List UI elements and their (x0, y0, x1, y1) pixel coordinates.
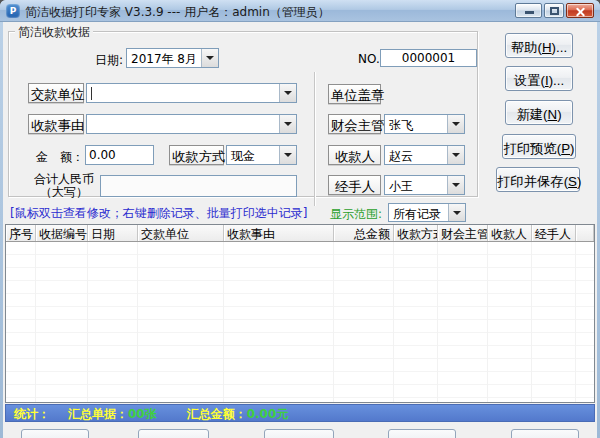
receipt-number-field[interactable]: 0000001 (380, 49, 477, 67)
window-title: 简洁收据打印专家 V3.3.9 --- 用户名：admin（管理员） (25, 4, 330, 21)
maximize-icon (550, 7, 559, 15)
filter-value: 所有记录 (389, 204, 448, 221)
col-header-index[interactable]: 序号 (6, 225, 36, 241)
col-header-method[interactable]: 收款方式 (394, 225, 438, 241)
total-caps-label-line2: （大写） (33, 186, 95, 199)
maximize-button[interactable] (544, 3, 564, 18)
total-caps-label: 合计人民币 （大写） (33, 173, 95, 199)
amount-label: 金 额： (36, 149, 84, 166)
date-value: 2017年 8月 4日 (127, 49, 201, 67)
payer-combobox[interactable] (86, 83, 297, 103)
chevron-down-icon[interactable] (201, 49, 218, 67)
payee-button[interactable]: 收款人 (328, 145, 381, 165)
bottom-cutoff-button-3[interactable] (264, 429, 334, 438)
vertical-divider (314, 72, 315, 206)
handler-combobox[interactable]: 小王 (384, 175, 465, 195)
bottom-cutoff-button-5[interactable] (511, 429, 579, 438)
method-button[interactable]: 收款方式 (169, 145, 224, 165)
bottom-cutoff-button-4[interactable] (388, 429, 456, 438)
count-label: 汇总单据： (68, 407, 128, 421)
close-button[interactable] (566, 3, 594, 18)
no-label: NO. (358, 52, 380, 66)
reason-combobox[interactable] (86, 114, 297, 134)
filter-combobox[interactable]: 所有记录 (388, 203, 466, 222)
col-header-filler (576, 225, 594, 241)
col-header-total[interactable]: 总金额 (334, 225, 394, 241)
print-preview-button[interactable]: 打印预览(P) (502, 134, 576, 159)
chevron-down-icon[interactable] (279, 84, 296, 102)
app-icon: P (6, 4, 20, 18)
reason-button[interactable]: 收款事由 (28, 114, 84, 134)
app-window: P 简洁收据打印专家 V3.3.9 --- 用户名：admin（管理员） 简洁收… (0, 0, 600, 438)
close-icon (575, 6, 586, 17)
status-bar: 统计：汇总单据：00张汇总金额：0.00元 (5, 404, 595, 422)
col-header-date[interactable]: 日期 (88, 225, 138, 241)
accountant-button[interactable]: 财会主管 (328, 114, 381, 134)
usage-hint: [鼠标双击查看修改；右键删除记录、批量打印选中记录] (10, 205, 307, 222)
total-caps-field (100, 175, 297, 197)
col-header-handler[interactable]: 经手人 (532, 225, 576, 241)
accountant-combobox[interactable]: 张飞 (384, 114, 465, 134)
records-table: 序号 收据编号 日期 交款单位 收款事由 总金额 收款方式 财会主管 收款人 经… (5, 224, 595, 403)
receipt-groupbox: 简洁收款收据 日期: 2017年 8月 4日 NO. 0000001 交款单位 … (8, 31, 478, 197)
chevron-down-icon[interactable] (279, 115, 296, 133)
handler-value: 小王 (385, 176, 447, 194)
method-value: 现金 (227, 146, 279, 164)
bottom-cutoff-button-1[interactable] (21, 429, 89, 438)
table-body[interactable] (6, 242, 594, 402)
client-area: 简洁收款收据 日期: 2017年 8月 4日 NO. 0000001 交款单位 … (3, 22, 597, 438)
chevron-down-icon[interactable] (447, 115, 464, 133)
new-button[interactable]: 新建(N) (505, 100, 573, 125)
col-header-payee[interactable]: 收款人 (488, 225, 532, 241)
chevron-down-icon[interactable] (447, 146, 464, 164)
chevron-down-icon[interactable] (279, 146, 296, 164)
print-save-button[interactable]: 打印并保存(S) (496, 167, 580, 192)
col-header-receipt[interactable]: 收据编号 (36, 225, 88, 241)
table-header-row: 序号 收据编号 日期 交款单位 收款事由 总金额 收款方式 财会主管 收款人 经… (6, 225, 594, 242)
text-cursor (91, 87, 92, 100)
date-label: 日期: (71, 52, 123, 69)
minimize-button[interactable] (515, 3, 542, 18)
bottom-cutoff-button-2[interactable] (138, 429, 209, 438)
count-value: 00张 (128, 407, 157, 421)
window-controls (515, 3, 594, 18)
handler-button[interactable]: 经手人 (328, 175, 381, 195)
accountant-value: 张飞 (385, 115, 447, 133)
help-button[interactable]: 帮助(H)... (505, 33, 573, 58)
chevron-down-icon[interactable] (448, 204, 465, 221)
reason-value (87, 115, 279, 133)
col-header-reason[interactable]: 收款事由 (224, 225, 334, 241)
settings-button[interactable]: 设置(I)... (505, 66, 573, 91)
payer-button[interactable]: 交款单位 (28, 83, 84, 103)
payee-combobox[interactable]: 赵云 (384, 145, 465, 165)
sum-label: 汇总金额： (187, 407, 247, 421)
method-combobox[interactable]: 现金 (226, 145, 297, 165)
amount-input[interactable] (85, 145, 154, 165)
table-body-gridlines (6, 242, 594, 402)
payee-value: 赵云 (385, 146, 447, 164)
seal-button[interactable]: 单位盖章 (328, 84, 381, 104)
sum-value: 0.00元 (247, 407, 289, 421)
date-dropdown[interactable]: 2017年 8月 4日 (126, 48, 219, 68)
payer-value (87, 84, 279, 102)
chevron-down-icon[interactable] (447, 176, 464, 194)
col-header-accountant[interactable]: 财会主管 (438, 225, 488, 241)
filter-label: 显示范围: (330, 206, 382, 223)
stats-label: 统计： (14, 407, 50, 421)
groupbox-title: 简洁收款收据 (15, 24, 93, 41)
col-header-payer[interactable]: 交款单位 (138, 225, 224, 241)
minimize-icon (525, 11, 534, 14)
title-bar[interactable]: P 简洁收据打印专家 V3.3.9 --- 用户名：admin（管理员） (0, 0, 600, 22)
